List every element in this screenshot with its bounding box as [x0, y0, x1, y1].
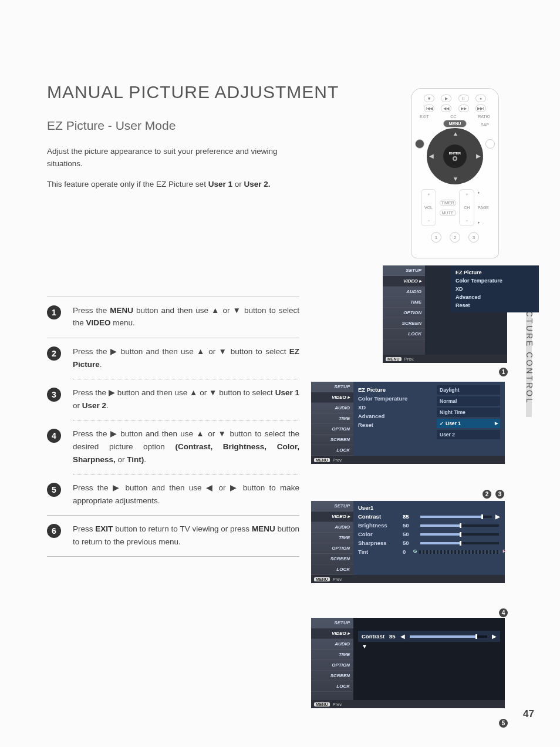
arrow-left-icon: ◀	[429, 153, 434, 159]
osd-sidebar-item: AUDIO	[311, 403, 353, 413]
chevron-down-icon: ▼	[358, 642, 500, 650]
step-5: 5 Press the ▶ button and then use ◀ or ▶…	[47, 475, 299, 515]
osd-menu-item: Color Temperature	[358, 394, 431, 403]
osd-slider-row: Contrast85▶	[358, 512, 500, 521]
check-icon: ✓	[440, 421, 444, 426]
remote-num-1: 1	[431, 232, 441, 243]
osd-sidebar-item: LOCK	[311, 564, 353, 575]
remote-skip-back-icon: I◀◀	[424, 105, 434, 112]
remote-record-icon: ●	[475, 95, 486, 102]
arrow-down-icon: ▼	[453, 176, 458, 182]
arrow-left-icon: ◀	[400, 633, 405, 640]
osd-sidebar-item: SCREEN	[311, 554, 353, 564]
osd-slider-row: Color50	[358, 530, 500, 539]
callout-5: 5	[499, 719, 508, 728]
osd3-header: User1	[358, 504, 500, 512]
osd4-contrast-strip: Contrast 85 ◀ ▶	[358, 631, 500, 642]
step-4: 4 Press the ▶ button and then use ▲ or ▼…	[47, 420, 299, 474]
step-number: 3	[47, 388, 61, 402]
osd-screenshot-1: SETUPVIDEO ▸AUDIOTIMEOPTIONSCREENLOCK EZ…	[383, 265, 507, 363]
section-tab: PICTURE CONTROL	[525, 300, 534, 405]
step-number: 5	[47, 483, 61, 497]
osd-sidebar-item: TIME	[311, 533, 353, 543]
osd-option: Daylight	[437, 385, 500, 395]
step-1: 1 Press the MENU button and then use ▲ o…	[47, 297, 299, 338]
remote-ch-rocker: ＋CH－	[459, 189, 474, 226]
step-number: 2	[47, 346, 61, 361]
remote-stop-icon: ■	[424, 95, 434, 102]
remote-skip-fwd-icon: ▶▶I	[475, 105, 486, 112]
remote-vol-rocker: ＋VOL－	[421, 189, 436, 226]
remote-num-2: 2	[450, 232, 460, 243]
remote-page-label: PAGE	[478, 206, 489, 210]
step-number: 1	[47, 305, 61, 319]
osd-sidebar-item: SETUP	[311, 501, 353, 512]
remote-cc-label: CC	[450, 115, 456, 119]
step-number: 6	[47, 524, 61, 538]
remote-enter-button: ENTER	[443, 144, 467, 168]
osd-sidebar-item: VIDEO ▸	[311, 392, 353, 403]
osd-sidebar-item: SCREEN	[383, 318, 425, 329]
arrow-right-icon: ▶	[492, 633, 497, 640]
osd-menu-item: Reset	[358, 420, 431, 429]
osd-menu-item: Advanced	[358, 412, 431, 420]
arrow-right-icon: ▶	[476, 153, 481, 159]
osd-menu-item: XD	[358, 403, 431, 412]
remote-timer-button: TIMER	[440, 200, 456, 206]
intro-text-2: This feature operate only if the EZ Pict…	[47, 179, 299, 191]
arrow-right-icon: ▶	[495, 513, 500, 520]
osd-screenshot-4: SETUPVIDEO ▸AUDIOTIMEOPTIONSCREENLOCK Co…	[311, 618, 505, 708]
osd-sidebar-item: LOCK	[311, 445, 353, 456]
step-number: 4	[47, 429, 61, 443]
callout-1: 1	[499, 368, 508, 376]
osd-option: Normal	[437, 396, 500, 406]
step-3: 3 Press the ▶ button and then use ▲ or ▼…	[47, 379, 299, 420]
osd-sidebar-item: SCREEN	[311, 671, 353, 681]
remote-mute-button: MUTE	[440, 210, 456, 216]
callout-2: 2	[483, 490, 491, 499]
step-2: 2 Press the ▶ button and then use ▲ or ▼…	[47, 338, 299, 379]
osd-sidebar-item: OPTION	[383, 308, 425, 318]
osd-sidebar-item: LOCK	[311, 681, 353, 692]
remote-pause-icon: II	[458, 95, 469, 102]
step-6: 6 Press EXIT button to return to TV view…	[47, 516, 299, 556]
osd-sidebar-item: LOCK	[383, 329, 425, 339]
osd-sidebar-item: VIDEO ▸	[311, 512, 353, 522]
osd-slider-row: Tint0	[358, 547, 500, 556]
osd1-dropdown: EZ Picture Color Temperature XD Advanced…	[451, 265, 539, 312]
osd-sidebar-item: SETUP	[383, 265, 425, 276]
osd-option: User 2	[437, 430, 500, 439]
page-number: 47	[523, 708, 534, 720]
osd-sidebar-item: OPTION	[311, 660, 353, 671]
osd-sidebar-item: TIME	[383, 297, 425, 308]
osd-option: ✓User 1	[437, 419, 500, 428]
remote-play-icon: ▶	[441, 95, 451, 102]
osd-slider-row: Sharpness50	[358, 539, 500, 547]
osd-sidebar-item: TIME	[311, 650, 353, 660]
remote-ratio-label: RATIO	[478, 115, 490, 119]
osd-sidebar-item: OPTION	[311, 543, 353, 554]
remote-exit-button	[415, 139, 424, 149]
osd-sidebar-item: VIDEO ▸	[383, 276, 425, 287]
steps-list: 1 Press the MENU button and then use ▲ o…	[47, 297, 299, 557]
enter-dot-icon	[453, 156, 457, 161]
arrow-up-icon: ▲	[453, 130, 458, 137]
osd-sidebar-item: AUDIO	[383, 287, 425, 297]
osd-slider-row: Brightness50	[358, 521, 500, 530]
remote-fastfwd-icon: ▶▶	[458, 105, 469, 112]
intro-text-1: Adjust the picture appearance to suit yo…	[47, 146, 299, 170]
osd-option: Night Time	[437, 408, 500, 417]
remote-menu-button: MENU	[443, 120, 467, 127]
remote-sap-button	[485, 139, 495, 149]
remote-illustration: ■ ▶ II ● I◀◀ ◀◀ ▶▶ ▶▶I EXIT CC RATIO MEN…	[411, 88, 499, 258]
osd-sidebar-item: TIME	[311, 413, 353, 424]
osd-sidebar-item: OPTION	[311, 424, 353, 435]
osd-menu-item: EZ Picture	[358, 385, 431, 394]
osd-sidebar-item: SETUP	[311, 618, 353, 628]
osd-sidebar-item: SCREEN	[311, 435, 353, 445]
osd-sidebar-item: AUDIO	[311, 522, 353, 533]
remote-dpad: ▲ ▼ ◀ ▶ ENTER	[427, 128, 483, 184]
callout-4: 4	[499, 608, 508, 617]
osd-screenshot-2: SETUPVIDEO ▸AUDIOTIMEOPTIONSCREENLOCK EZ…	[311, 382, 505, 464]
remote-exit-label: EXIT	[420, 115, 429, 119]
